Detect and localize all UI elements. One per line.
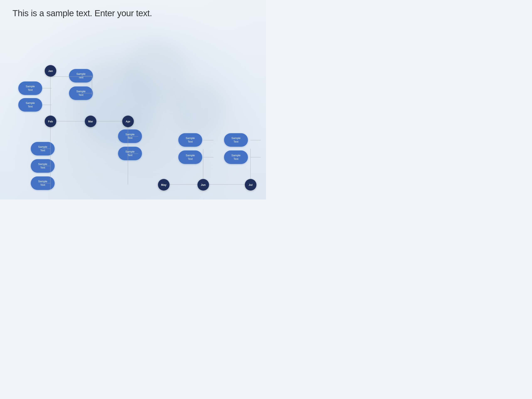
pill-jul-1[interactable]: SampleText (224, 133, 248, 147)
line-mar-pill3-h (81, 76, 92, 76)
month-jul: Jul (245, 179, 256, 190)
line-mar-pill4-h (81, 93, 92, 93)
page-content: This is a sample text. Enter your text. (0, 0, 266, 193)
pill-jan-1[interactable]: SampleText (18, 82, 42, 95)
pill-jun-1[interactable]: SampleText (178, 133, 202, 147)
pill-jun-2[interactable]: SampleText (178, 151, 202, 164)
line-jul-pill13 (250, 157, 261, 157)
line-jan-mar-top (50, 76, 92, 77)
month-feb: Feb (45, 115, 56, 127)
line-jun-pill11 (203, 157, 213, 157)
line-jan-feb (50, 76, 51, 121)
month-may: May (158, 179, 170, 190)
line-feb-pills-v (50, 121, 51, 190)
line-jul-pill12 (250, 140, 261, 140)
line-feb-pill5 (42, 149, 50, 149)
pill-jul-2[interactable]: SampleText (224, 151, 248, 164)
line-apr-pill8 (128, 136, 138, 137)
month-jan: Jan (45, 65, 56, 77)
line-jan-pill2 (42, 105, 51, 105)
month-mar: Mar (85, 115, 96, 127)
month-apr: Apr (122, 115, 134, 127)
line-mar-pills-v2 (92, 76, 92, 93)
page-title: This is a sample text. Enter your text. (13, 8, 253, 18)
month-jun: Jun (197, 179, 209, 190)
line-jan-pill1 (42, 88, 51, 88)
pill-jan-2[interactable]: SampleText (18, 98, 42, 112)
line-feb-pill7 (42, 183, 50, 183)
timeline-diagram: Jan Feb Mar Apr May Jun Jul SampleText S… (13, 25, 253, 187)
line-jun-pill10 (203, 140, 213, 140)
